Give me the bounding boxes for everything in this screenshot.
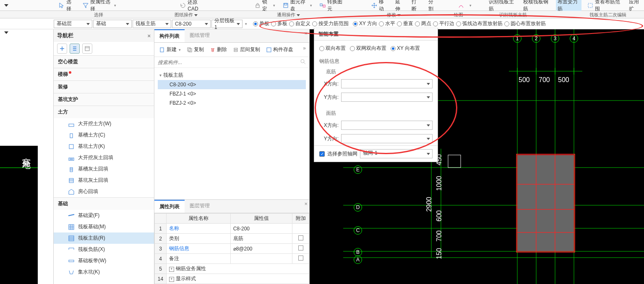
tree-item-c8-200[interactable]: C8-200 <0> (158, 80, 306, 89)
floor-selector[interactable]: 基础层 (54, 20, 92, 28)
svg-rect-13 (69, 225, 74, 230)
expand-button[interactable]: + (169, 277, 174, 282)
section-pit-support[interactable]: 基坑支护 (54, 93, 154, 106)
svg-rect-8 (70, 134, 73, 138)
nav-tool-list[interactable] (70, 44, 80, 54)
line-icon[interactable] (458, 2, 464, 9)
reference-grid-checkbox[interactable]: ✓ (319, 151, 325, 157)
dim-label: 1000 (435, 176, 443, 191)
tab-layer-manage[interactable]: 图层管理 (185, 200, 215, 213)
axis-bubble-2: 2 (532, 34, 540, 43)
cursor-icon (59, 2, 65, 9)
dim-label: 150 (435, 248, 443, 259)
tab-property-list[interactable]: 属性列表 (154, 200, 185, 213)
radio-arc-radial[interactable]: 弧线边布置放射筋 (456, 20, 503, 27)
radio-xy-direction[interactable]: XY 方向 (353, 20, 377, 27)
earth-item-backfill-pit[interactable]: 基坑灰土回填 (54, 175, 154, 186)
chevron-down-icon[interactable]: ▾ (245, 22, 247, 26)
nav-tool-add[interactable] (57, 44, 67, 54)
delete-button[interactable]: 删除 (208, 45, 229, 54)
foundation-item-beam[interactable]: 基础梁(F) (54, 210, 154, 221)
tree-item-fbzj1[interactable]: FBZJ-1 <0> (158, 89, 306, 98)
radio-custom[interactable]: 自定义 (289, 20, 310, 27)
foundation-item-raft-main-rebar[interactable]: 筏板主筋(R) (54, 232, 154, 244)
component-save-button[interactable]: 构件存盘 (264, 45, 295, 54)
type-selector[interactable]: 筏板主筋 (133, 20, 171, 28)
earth-item-room-backfill[interactable]: 房心回填 (54, 186, 154, 197)
preview-dropdown[interactable] (3, 30, 9, 36)
svg-point-22 (301, 59, 304, 63)
radio-center-radial[interactable]: 圆心布置放射筋 (504, 20, 546, 27)
section-foundation[interactable]: 基础 (54, 198, 154, 210)
svg-rect-15 (69, 260, 74, 262)
earth-item-excavation[interactable]: 大开挖土方(W) (54, 118, 154, 129)
component-selector[interactable]: C8-200 (172, 20, 211, 28)
earth-item-backfill-trench[interactable]: 基槽灰土回填 (54, 163, 154, 175)
chevron-down-icon[interactable]: ▾ (469, 3, 472, 8)
reference-grid-selector[interactable]: 轴网-1 (360, 149, 433, 158)
bottom-y-input[interactable] (341, 93, 433, 102)
earth-item-trench[interactable]: 基槽土方(C) (54, 129, 154, 141)
expand-button[interactable]: + (169, 267, 174, 272)
tab-drawing-manage[interactable]: 图纸管理 (185, 29, 215, 42)
section-decoration[interactable]: 装修 (54, 81, 154, 93)
close-icon[interactable]: × (304, 201, 308, 207)
section-hollow-slab[interactable]: 空心楼盖 (54, 56, 154, 68)
group-paper-ops[interactable]: 图纸操作 (175, 12, 198, 18)
tree-parent-raft-rebar[interactable]: 筏板主筋 (158, 70, 306, 80)
svg-rect-21 (267, 48, 271, 52)
radio-multi-board[interactable]: 多板 (271, 20, 287, 27)
search-icon[interactable] (300, 59, 306, 66)
layer-copy-button[interactable]: 层间复制 (231, 45, 262, 54)
tab-component-list[interactable]: 构件列表 (154, 29, 185, 42)
new-button[interactable]: 新建▾ (158, 45, 183, 54)
table-row[interactable]: 1名称C8-200 (155, 224, 309, 234)
foundation-item-sump[interactable]: 集水坑(K) (54, 266, 154, 278)
group-general-ops[interactable]: 通用操作 (277, 12, 300, 18)
close-icon[interactable]: × (147, 33, 151, 39)
top-x-input[interactable] (341, 121, 433, 130)
range-icon (587, 2, 593, 9)
radio-single-board[interactable]: 单板 (253, 20, 269, 27)
foundation-item-raft[interactable]: 筏板基础(M) (54, 221, 154, 232)
property-table: 属性名称属性值附加 1名称C8-200 2类别底筋 3钢筋信息⌀8@200 4备… (154, 213, 309, 284)
group-modify[interactable]: 修改 (387, 12, 401, 18)
more-icon[interactable]: » (303, 45, 306, 54)
radio-xy-layout[interactable]: XY 向布置 (391, 45, 420, 52)
checkbox[interactable] (298, 256, 303, 261)
checkbox[interactable] (298, 245, 303, 250)
radio-dual-net[interactable]: 双网双向布置 (350, 45, 386, 52)
close-icon[interactable]: × (304, 30, 308, 36)
earth-item-backfill-excavation[interactable]: 大开挖灰土回填 (54, 152, 154, 163)
nav-tool-detail[interactable] (82, 44, 92, 54)
tree-item-fbzj2[interactable]: FBZJ-2 <0> (158, 98, 306, 108)
section-earthwork[interactable]: 土方 (54, 106, 154, 118)
layer-selector[interactable]: 分层筏板1 (211, 20, 242, 28)
table-row[interactable]: 2类别底筋 (155, 234, 309, 244)
table-row[interactable]: 5+钢筋业务属性 (155, 264, 309, 274)
table-row[interactable]: 14+显示样式 (155, 274, 309, 284)
quick-access-dropdown[interactable] (3, 3, 9, 8)
search-input[interactable] (158, 59, 300, 65)
bottom-x-input[interactable] (341, 79, 433, 88)
radio-parallel-edge[interactable]: 平行边 (433, 20, 454, 27)
top-y-input[interactable] (341, 134, 433, 143)
category-selector[interactable]: 基础 (93, 20, 132, 28)
radio-vertical[interactable]: 垂直 (397, 20, 413, 27)
earth-item-pit[interactable]: 基坑土方(K) (54, 141, 154, 152)
radio-horizontal[interactable]: 水平 (379, 20, 395, 27)
foundation-item-slab-strip[interactable]: 基础板带(W) (54, 255, 154, 266)
table-row[interactable]: 3钢筋信息⌀8@200 (155, 244, 309, 254)
section-stair[interactable]: 楼梯 (54, 68, 154, 80)
checkbox[interactable] (298, 235, 303, 240)
radio-two-point[interactable]: 两点 (415, 20, 431, 27)
radio-by-range[interactable]: 按受力筋范围 (312, 20, 349, 27)
radio-dual-direction[interactable]: 双向布置 (319, 45, 346, 52)
save-icon (266, 47, 272, 53)
chevron-down-icon (297, 14, 300, 16)
neg-rebar-icon (68, 246, 75, 253)
svg-rect-0 (256, 5, 259, 8)
foundation-item-raft-neg-rebar[interactable]: 筏板负筋(X) (54, 244, 154, 255)
copy-button[interactable]: 复制 (185, 45, 206, 54)
table-row[interactable]: 4备注 (155, 254, 309, 264)
